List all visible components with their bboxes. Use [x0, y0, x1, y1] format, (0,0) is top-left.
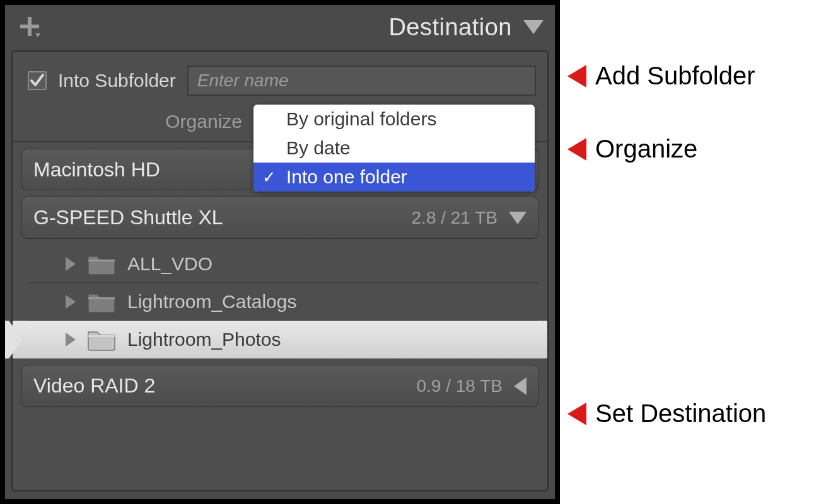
volume-video-raid[interactable]: Video RAID 2 0.9 / 18 TB [21, 365, 538, 407]
organize-dropdown[interactable]: By original folders By date ✓ Into one f… [253, 105, 535, 192]
destination-panel: Destination Into Subfolder Organize By o… [0, 0, 560, 504]
callout-label: Add Subfolder [595, 62, 755, 90]
panel-body: Into Subfolder Organize By original fold… [11, 50, 549, 491]
disclosure-icon[interactable] [66, 333, 76, 346]
chevron-down-icon[interactable] [509, 212, 526, 224]
organize-label: Organize [28, 111, 242, 132]
panel-title: Destination [42, 14, 512, 41]
folder-label: Lightroom_Photos [127, 329, 281, 350]
volume-stats: 0.9 / 18 TB [417, 376, 503, 396]
folder-label: ALL_VDO [127, 253, 212, 275]
volume-name: G-SPEED Shuttle XL [33, 206, 412, 229]
folder-list: ALL_VDO Lightroom_Catalogs [28, 245, 538, 358]
disclosure-icon[interactable] [66, 257, 76, 271]
add-icon[interactable] [16, 14, 42, 40]
volume-gspeed[interactable]: G-SPEED Shuttle XL 2.8 / 21 TB [21, 197, 538, 239]
folder-lightroom-photos[interactable]: Lightroom_Photos [13, 321, 547, 358]
organize-option-original[interactable]: By original folders [253, 105, 535, 134]
disclosure-icon[interactable] [66, 295, 76, 309]
panel-header[interactable]: Destination [5, 5, 555, 49]
organize-option-one-folder[interactable]: ✓ Into one folder [253, 163, 535, 192]
selection-indicator-icon [0, 321, 23, 358]
folder-icon [87, 253, 116, 275]
arrow-left-icon [567, 138, 586, 161]
callout-add-subfolder: Add Subfolder [567, 62, 755, 90]
organize-option-date[interactable]: By date [253, 134, 535, 163]
arrow-left-icon [567, 65, 586, 88]
callouts: Add Subfolder Organize Set Destination [560, 0, 826, 504]
folder-icon [87, 328, 116, 351]
svg-rect-1 [88, 297, 115, 299]
into-subfolder-label: Into Subfolder [58, 70, 176, 91]
svg-rect-2 [88, 335, 115, 337]
volume-name: Video RAID 2 [33, 374, 417, 398]
organize-option-one-folder-label: Into one folder [286, 166, 407, 187]
chevron-down-icon[interactable] [523, 20, 544, 34]
callout-set-destination: Set Destination [567, 399, 766, 428]
svg-rect-0 [88, 260, 115, 261]
folder-icon [87, 290, 116, 313]
folder-label: Lightroom_Catalogs [127, 291, 297, 312]
subfolder-name-input[interactable] [187, 66, 536, 96]
volume-stats: 2.8 / 21 TB [412, 208, 497, 228]
callout-organize: Organize [567, 135, 697, 163]
check-icon: ✓ [262, 168, 276, 187]
folder-lightroom-catalogs[interactable]: Lightroom_Catalogs [28, 283, 538, 321]
subfolder-row: Into Subfolder [13, 52, 547, 103]
into-subfolder-checkbox[interactable] [28, 71, 47, 90]
chevron-left-icon[interactable] [514, 377, 526, 395]
callout-label: Set Destination [595, 399, 766, 428]
organize-row: Organize By original folders By date ✓ I… [13, 103, 547, 136]
arrow-left-icon [567, 403, 586, 425]
folder-all-vdo[interactable]: ALL_VDO [28, 245, 538, 283]
callout-label: Organize [595, 135, 697, 163]
